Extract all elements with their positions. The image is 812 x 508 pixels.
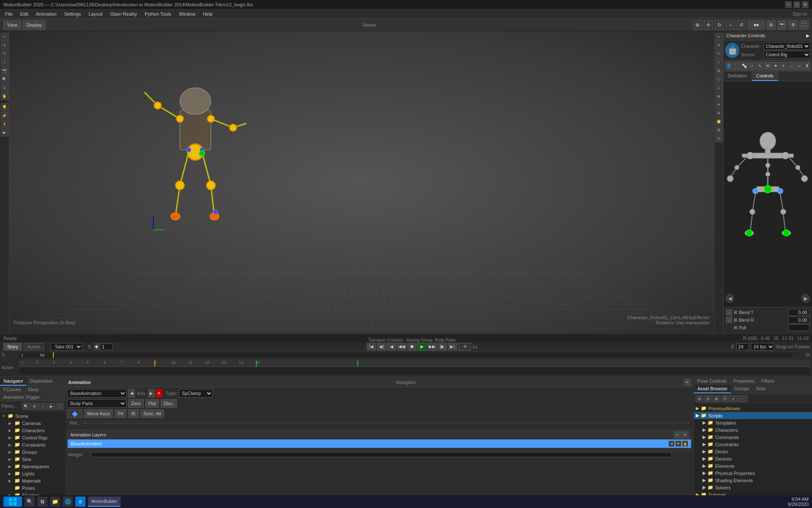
- tree-item-cameras[interactable]: ▶ 📁 Cameras: [0, 420, 65, 427]
- stop-btn[interactable]: ⏹: [407, 343, 417, 351]
- res-item-scripts[interactable]: ▶ 📁 Scripts: [694, 412, 812, 419]
- nav-tab-fcurves[interactable]: FCurves: [0, 386, 25, 393]
- play-back-btn[interactable]: ◀◀: [397, 343, 406, 351]
- res-item-previous-moves[interactable]: ▶ 📁 PreviousMoves: [694, 405, 812, 412]
- s-keyframe-btn[interactable]: ◆: [94, 343, 99, 350]
- res-btn-list2[interactable]: ≡: [730, 395, 737, 402]
- start-button[interactable]: [3, 497, 22, 507]
- res-tab-filters[interactable]: Filters: [758, 377, 777, 385]
- ct-btn8[interactable]: +: [780, 62, 787, 70]
- nav-filter-btn3[interactable]: +: [39, 403, 47, 410]
- minimize-button[interactable]: ─: [785, 1, 792, 8]
- ik-blend-r-input[interactable]: [788, 317, 809, 323]
- tree-item-namespaces[interactable]: ▶ 📁 Namespaces: [0, 463, 65, 470]
- res-tab-sets[interactable]: Sets: [753, 385, 769, 393]
- tree-item-scene[interactable]: ▼ 📁 Scene: [0, 412, 65, 420]
- key-icon-btn[interactable]: ◆: [67, 409, 82, 418]
- rt-tool5[interactable]: ⊞: [715, 67, 723, 75]
- char-controls-collapse[interactable]: ▶: [806, 33, 809, 39]
- rotate-tool-lt[interactable]: ↻: [1, 50, 8, 58]
- tree-item-control-rigs[interactable]: ▶ 📁 Control Rigs: [0, 434, 65, 441]
- rt-rotate[interactable]: ↻: [715, 50, 723, 58]
- res-item-characters[interactable]: ▶ 📁 Characters: [694, 426, 812, 433]
- nav-tab-dopesheet[interactable]: Dopesheet: [27, 377, 56, 386]
- menu-file[interactable]: File: [2, 11, 16, 17]
- flat-btn[interactable]: Flat: [145, 399, 159, 408]
- ct-btn9[interactable]: →: [788, 62, 795, 70]
- rotate-tool[interactable]: ↻: [715, 20, 724, 30]
- nav-tab-navigator[interactable]: Navigator: [0, 377, 27, 386]
- rt-select[interactable]: ↖: [715, 33, 723, 41]
- render-icon[interactable]: ■■: [748, 20, 765, 30]
- res-tab-pose-controls[interactable]: Pose Controls: [694, 377, 730, 385]
- action-timeline[interactable]: 1 2 3 4 5 6 7 8 9 10 11 12 13 14 15: [19, 360, 810, 375]
- to-end-btn[interactable]: ▶|: [448, 343, 457, 351]
- nav-filter-btn4[interactable]: ▶: [47, 403, 55, 410]
- tree-item-lights[interactable]: ▶ 📁 Lights: [0, 470, 65, 477]
- explorer-btn[interactable]: 📁: [50, 497, 60, 507]
- nav-filter-btn2[interactable]: ⚙: [30, 403, 38, 410]
- play-fwd-btn[interactable]: ▶▶: [428, 343, 437, 351]
- search-taskbar-btn[interactable]: 🔍: [25, 497, 35, 507]
- menu-edit[interactable]: Edit: [17, 11, 32, 17]
- rt-tool7[interactable]: △: [715, 84, 723, 91]
- move-tool[interactable]: ✛: [704, 20, 713, 30]
- res-item-templates[interactable]: ▶ 📁 Templates: [694, 419, 812, 426]
- ik-blend-r-check[interactable]: ✓: [726, 317, 732, 323]
- disc-btn[interactable]: Disc.: [161, 399, 177, 408]
- s-timeline[interactable]: 1 54: [19, 352, 793, 359]
- res-item-decks[interactable]: ▶ 📁 Decks: [694, 448, 812, 455]
- res-btn-grid3[interactable]: ⊠: [713, 395, 720, 402]
- loop-btn[interactable]: ⟲: [459, 343, 471, 351]
- layer-settings-btn[interactable]: ⚙: [669, 441, 675, 447]
- ct-btn1[interactable]: 👤: [725, 62, 732, 70]
- select-tool[interactable]: ↖: [1, 33, 8, 41]
- sync-btn[interactable]: Sync: All: [140, 409, 164, 418]
- transform-tool[interactable]: ⊕: [693, 20, 702, 30]
- tab-definition[interactable]: Definition: [724, 72, 752, 81]
- base-animation-layer[interactable]: BaseAnimation ⚙ 👁 🔒: [68, 439, 691, 448]
- scale-tool-lt[interactable]: ⤢: [1, 58, 8, 66]
- view-button[interactable]: View: [3, 20, 21, 30]
- move-tool-lt[interactable]: ✛: [1, 41, 8, 49]
- ct-btn11[interactable]: ⬆: [804, 62, 810, 70]
- step-fwd-btn[interactable]: |▶: [438, 343, 447, 351]
- al-add-btn[interactable]: +: [674, 431, 681, 438]
- res-item-physical-properties[interactable]: ▶ 📁 Physical Properties: [694, 469, 812, 477]
- ct-btn3[interactable]: 🦴: [741, 62, 748, 70]
- res-btn-list1[interactable]: ☰: [721, 395, 729, 402]
- nav-filter-btn1[interactable]: 🔍: [22, 403, 30, 410]
- zero-btn[interactable]: Zero: [128, 399, 144, 408]
- animation-select[interactable]: BaseAnimation: [67, 389, 126, 398]
- ik-blend-t-check[interactable]: ✓: [726, 309, 732, 315]
- browser-btn[interactable]: 🌐: [63, 497, 73, 507]
- tree-item-characters[interactable]: ▶ 📁 Characters: [0, 427, 65, 434]
- rt-tool12[interactable]: ⊞: [715, 126, 723, 134]
- layer-lock-btn[interactable]: 🔒: [682, 441, 688, 447]
- task-app-motionbuilder[interactable]: MotionBuilder: [88, 497, 121, 507]
- menu-python-tools[interactable]: Python Tools: [141, 11, 175, 17]
- res-item-tutorials[interactable]: ▶ 📁 Tutorials: [694, 491, 812, 495]
- play-btn[interactable]: ▶: [417, 343, 427, 351]
- ct-btn7[interactable]: ✦: [772, 62, 779, 70]
- tree-item-materials[interactable]: ▶ 📁 Materials: [0, 477, 65, 484]
- nav-close-btn[interactable]: ✕: [684, 379, 691, 386]
- menu-animation[interactable]: Animation: [33, 11, 60, 17]
- sign-in[interactable]: Sign In: [789, 11, 810, 17]
- anim-key-btn[interactable]: ✕: [156, 389, 162, 398]
- menu-settings[interactable]: Settings: [61, 11, 85, 17]
- undo-tool[interactable]: ↺: [737, 20, 746, 30]
- res-item-devices[interactable]: ▶ 📁 Devices: [694, 455, 812, 462]
- layer-vis-btn[interactable]: 👁: [675, 441, 681, 447]
- res-item-shading-elements[interactable]: ▶ 📁 Shading Elements: [694, 477, 812, 484]
- character-select[interactable]: Character_Robot01: [764, 42, 810, 50]
- story-tab[interactable]: Story: [3, 343, 22, 351]
- rt-tool11[interactable]: 🌟: [715, 118, 723, 125]
- res-tab-properties[interactable]: Properties: [730, 377, 758, 385]
- fk-btn[interactable]: FK: [115, 409, 126, 418]
- menu-layout[interactable]: Layout: [85, 11, 106, 17]
- maximize-button[interactable]: □: [793, 1, 800, 8]
- take-select[interactable]: Take 001: [51, 343, 82, 351]
- res-btn-grid1[interactable]: ⊞: [696, 395, 703, 402]
- grid-icon[interactable]: ⊞: [766, 20, 776, 30]
